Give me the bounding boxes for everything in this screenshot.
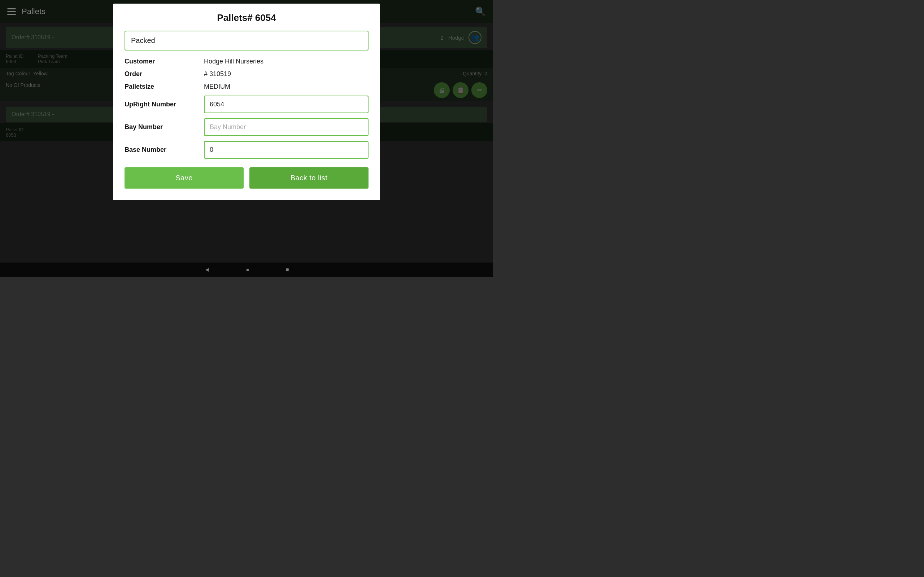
base-input[interactable] — [204, 141, 368, 159]
modal-dialog: Pallets# 6054 Packed Customer Hodge Hill… — [113, 3, 380, 200]
modal-title: Pallets# 6054 — [124, 12, 368, 23]
upright-row: UpRight Number — [124, 95, 368, 113]
base-row: Base Number — [124, 141, 368, 159]
order-row: Order # 310519 — [124, 70, 368, 78]
base-label: Base Number — [124, 146, 204, 154]
status-box: Packed — [124, 31, 368, 50]
customer-row: Customer Hodge Hill Nurseries — [124, 58, 368, 65]
palletsize-row: Palletsize MEDIUM — [124, 83, 368, 90]
upright-input[interactable] — [204, 95, 368, 113]
bay-label: Bay Number — [124, 123, 204, 131]
save-button[interactable]: Save — [124, 167, 244, 189]
button-row: Save Back to list — [124, 167, 368, 189]
customer-value: Hodge Hill Nurseries — [204, 58, 368, 65]
palletsize-value: MEDIUM — [204, 83, 368, 90]
modal-overlay: Pallets# 6054 Packed Customer Hodge Hill… — [0, 0, 493, 277]
palletsize-label: Palletsize — [124, 83, 204, 90]
order-label: Order — [124, 70, 204, 78]
upright-label: UpRight Number — [124, 101, 204, 108]
order-value: # 310519 — [204, 70, 368, 78]
back-to-list-button[interactable]: Back to list — [249, 167, 368, 189]
bay-input[interactable] — [204, 118, 368, 136]
customer-label: Customer — [124, 58, 204, 65]
bay-row: Bay Number — [124, 118, 368, 136]
